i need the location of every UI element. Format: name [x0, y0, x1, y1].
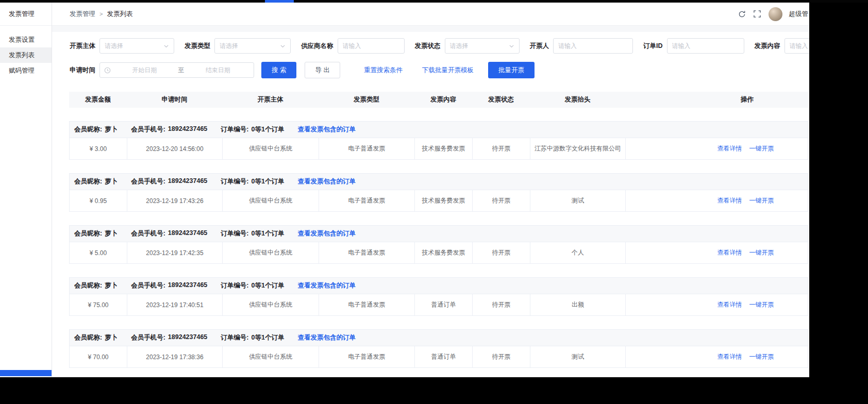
order-value: 0等1个订单 — [252, 177, 285, 186]
filter-label: 订单ID — [643, 42, 663, 50]
cell-amount: ¥ 3.00 — [70, 138, 127, 159]
sidebar-item-code-management[interactable]: 赋码管理 — [0, 63, 52, 78]
supplier-name-input[interactable] — [338, 38, 405, 54]
cell-actions: 查看详情 一键开票 — [626, 346, 808, 367]
member-phone: 会员手机号: 18924237465 — [131, 125, 207, 134]
date-end-placeholder[interactable]: 结束日期 — [187, 66, 250, 75]
col-header-status: 发票状态 — [472, 95, 530, 104]
table-header-row: 发票金额 申请时间 开票主体 发票类型 发票内容 发票状态 发票抬头 操作 — [69, 92, 808, 108]
avatar[interactable] — [769, 7, 782, 21]
cell-type: 电子普通发票 — [319, 242, 415, 263]
view-detail-link[interactable]: 查看详情 — [717, 352, 742, 361]
view-included-orders-link[interactable]: 查看发票包含的订单 — [297, 125, 356, 134]
cell-amount: ¥ 70.00 — [70, 346, 127, 367]
cell-amount: ¥ 0.95 — [70, 190, 127, 211]
view-included-orders-link[interactable]: 查看发票包含的订单 — [297, 229, 356, 238]
date-start-placeholder[interactable]: 开始日期 — [113, 66, 176, 75]
filter-invoice-content: 发票内容 — [755, 38, 810, 54]
cell-actions: 查看详情 一键开票 — [626, 190, 808, 211]
view-detail-link[interactable]: 查看详情 — [717, 144, 742, 153]
table-row: ¥ 70.00 2023-12-19 17:38:36 供应链中台系统 电子普通… — [70, 346, 808, 367]
cell-actions: 查看详情 一键开票 — [626, 294, 808, 315]
content: 开票主体 请选择 发票类型 请选择 供应商名 — [52, 32, 809, 377]
member-nickname: 会员昵称: 萝卜 — [74, 177, 118, 186]
sidebar-item-invoice-list[interactable]: 发票列表 — [0, 47, 52, 63]
view-included-orders-link[interactable]: 查看发票包含的订单 — [297, 281, 356, 290]
fullscreen-icon[interactable] — [753, 10, 762, 19]
order-id-input[interactable] — [667, 38, 744, 54]
one-click-invoice-link[interactable]: 一键开票 — [749, 300, 774, 309]
page-gap — [52, 26, 809, 32]
invoice-group: 会员昵称: 萝卜 会员手机号: 18924237465 订单编号: 0等1个订单… — [69, 121, 808, 160]
invoice-group: 会员昵称: 萝卜 会员手机号: 18924237465 订单编号: 0等1个订单… — [69, 277, 808, 316]
group-header: 会员昵称: 萝卜 会员手机号: 18924237465 订单编号: 0等1个订单… — [70, 122, 808, 138]
export-button[interactable]: 导 出 — [305, 62, 340, 78]
order-label: 订单编号: — [221, 125, 248, 134]
view-detail-link[interactable]: 查看详情 — [717, 300, 742, 309]
member-nickname: 会员昵称: 萝卜 — [74, 229, 118, 238]
cell-subject: 供应链中台系统 — [223, 346, 319, 367]
download-batch-template-link[interactable]: 下载批量开票模板 — [422, 66, 474, 75]
scrollbar-thumb[interactable] — [0, 370, 52, 376]
date-separator: 至 — [176, 66, 187, 75]
phone-label: 会员手机号: — [131, 177, 165, 186]
table-row: ¥ 0.95 2023-12-19 17:43:26 供应链中台系统 电子普通发… — [70, 190, 808, 211]
one-click-invoice-link[interactable]: 一键开票 — [749, 352, 774, 361]
one-click-invoice-link[interactable]: 一键开票 — [749, 196, 774, 205]
refresh-icon[interactable] — [738, 10, 746, 19]
topbar: 发票管理 > 发票列表 超级管 — [52, 3, 809, 26]
member-phone: 会员手机号: 18924237465 — [131, 177, 207, 186]
cell-apply-time: 2023-12-19 17:43:26 — [127, 190, 223, 211]
invoice-subject-select[interactable]: 请选择 — [99, 38, 174, 54]
phone-value: 18924237465 — [168, 281, 207, 290]
batch-invoice-button[interactable]: 批量开票 — [488, 62, 535, 78]
view-detail-link[interactable]: 查看详情 — [717, 196, 742, 205]
invoice-status-select[interactable]: 请选择 — [445, 38, 520, 54]
cell-apply-time: 2023-12-20 14:56:00 — [127, 138, 223, 159]
view-included-orders-link[interactable]: 查看发票包含的订单 — [297, 177, 356, 186]
sidebar-title: 发票管理 — [0, 3, 52, 26]
cell-type: 电子普通发票 — [319, 346, 415, 367]
invoice-content-input[interactable] — [784, 38, 810, 54]
view-detail-link[interactable]: 查看详情 — [717, 248, 742, 257]
cell-type: 电子普通发票 — [319, 294, 415, 315]
group-header: 会员昵称: 萝卜 会员手机号: 18924237465 订单编号: 0等1个订单… — [70, 330, 808, 346]
table-row: ¥ 75.00 2023-12-19 17:40:51 供应链中台系统 电子普通… — [70, 294, 808, 315]
phone-value: 18924237465 — [168, 229, 207, 238]
phone-value: 18924237465 — [168, 333, 207, 342]
order-label: 订单编号: — [221, 177, 248, 186]
nickname-value: 萝卜 — [105, 125, 118, 134]
breadcrumb-separator-icon: > — [99, 11, 103, 17]
view-included-orders-link[interactable]: 查看发票包含的订单 — [297, 333, 356, 342]
clock-icon — [104, 67, 111, 74]
filter-invoice-type: 发票类型 请选择 — [185, 38, 291, 54]
phone-label: 会员手机号: — [131, 281, 165, 290]
search-button[interactable]: 搜 索 — [261, 62, 296, 78]
member-nickname: 会员昵称: 萝卜 — [74, 333, 118, 342]
cell-title: 出额 — [530, 294, 626, 315]
nickname-label: 会员昵称: — [74, 281, 102, 290]
reset-filters-link[interactable]: 重置搜索条件 — [364, 66, 403, 75]
cell-title: 江苏中源数字文化科技有限公司 — [530, 138, 626, 159]
issuer-input[interactable] — [553, 38, 633, 54]
nickname-value: 萝卜 — [105, 229, 118, 238]
filter-invoice-subject: 开票主体 请选择 — [70, 38, 174, 54]
member-nickname: 会员昵称: 萝卜 — [74, 281, 118, 290]
sidebar-item-invoice-settings[interactable]: 发票设置 — [0, 32, 52, 47]
one-click-invoice-link[interactable]: 一键开票 — [749, 144, 774, 153]
one-click-invoice-link[interactable]: 一键开票 — [749, 248, 774, 257]
chevron-down-icon — [509, 43, 514, 49]
filter-label: 供应商名称 — [301, 42, 333, 50]
col-header-type: 发票类型 — [319, 95, 414, 104]
cell-actions: 查看详情 一键开票 — [626, 242, 808, 263]
cell-status: 待开票 — [473, 190, 530, 211]
invoice-group: 会员昵称: 萝卜 会员手机号: 18924237465 订单编号: 0等1个订单… — [69, 225, 808, 264]
col-header-apply-time: 申请时间 — [127, 95, 222, 104]
phone-label: 会员手机号: — [131, 125, 165, 134]
order-value: 0等1个订单 — [252, 125, 285, 134]
breadcrumb-root[interactable]: 发票管理 — [70, 10, 95, 19]
date-range-picker[interactable]: 开始日期 至 结束日期 — [99, 62, 254, 78]
invoice-type-select[interactable]: 请选择 — [214, 38, 291, 54]
filter-supplier-name: 供应商名称 — [301, 38, 405, 54]
group-header: 会员昵称: 萝卜 会员手机号: 18924237465 订单编号: 0等1个订单… — [70, 278, 808, 294]
